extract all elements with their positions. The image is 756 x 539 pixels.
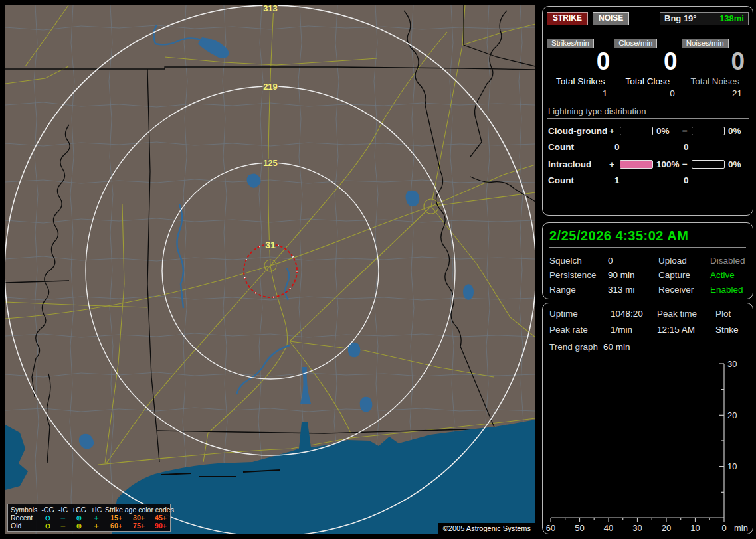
ring-label-313: 313: [263, 5, 278, 13]
old-pos-cg-icon: ⊕: [70, 522, 88, 530]
close-counter: Close/min 0 Total Close 0: [614, 38, 681, 98]
noises-counter: Noises/min 0 Total Noises 21: [682, 38, 749, 98]
plot-mode-value: Strike: [715, 325, 746, 335]
age-15: 15+: [105, 514, 128, 522]
old-neg-ic-icon: −: [56, 522, 70, 530]
bearing-display: Bng 19° 138mi: [660, 12, 749, 25]
cg-pos-count: 0: [614, 142, 684, 152]
status-panel: 2/25/2026 4:35:02 AM Squelch 0 Upload Di…: [542, 222, 753, 299]
cg-pos-bar: [620, 127, 653, 135]
receiver-label: Receiver: [658, 285, 710, 295]
x-tick-50: 50: [575, 523, 584, 533]
map-legend: Symbols -CG -IC +CG +IC Strike age color…: [7, 504, 171, 532]
copyright-text: ©2005 Astrogenic Systems: [438, 523, 535, 534]
total-noises-value: 21: [682, 88, 749, 98]
x-tick-0: 0: [721, 523, 726, 533]
noise-button[interactable]: NOISE: [593, 12, 629, 25]
legend-age-header: Strike age color codes: [105, 506, 171, 514]
legend-symbols-header: Symbols: [11, 506, 40, 514]
map-canvas: 313 219 125 31: [5, 5, 535, 534]
ring-label-219: 219: [263, 82, 278, 92]
squelch-label: Squelch: [549, 256, 608, 266]
bearing-distance: 138mi: [719, 13, 744, 23]
x-axis-unit: min: [734, 523, 748, 533]
counters-panel: STRIKE NOISE Bng 19° 138mi Strikes/min 0…: [542, 6, 753, 216]
close-per-min-value: 0: [614, 48, 681, 76]
plot-label: Plot: [715, 309, 746, 319]
total-noises-label: Total Noises: [682, 76, 749, 86]
ic-neg-count: 0: [684, 175, 749, 185]
receiver-status: Enabled: [710, 285, 746, 295]
ic-pos-pct: 100%: [653, 159, 682, 169]
ic-pos-count: 1: [614, 175, 684, 185]
legend-row-recent-label: Recent: [11, 514, 40, 522]
uptime-label: Uptime: [549, 309, 611, 319]
strikes-counter: Strikes/min 0 Total Strikes 1: [547, 38, 614, 98]
old-pos-ic-icon: +: [88, 522, 105, 530]
capture-status: Active: [710, 270, 746, 280]
y-tick-20: 20: [727, 410, 737, 420]
upload-label: Upload: [658, 256, 710, 266]
intracloud-count-row: Count 1 0: [547, 175, 749, 185]
trend-panel: Uptime 1048:20 Peak time Plot Peak rate …: [542, 303, 753, 534]
range-label: Range: [549, 285, 608, 295]
total-close-label: Total Close: [614, 76, 681, 86]
cg-neg-pct: 0%: [725, 126, 749, 136]
persistence-label: Persistence: [549, 270, 608, 280]
legend-col-neg-cg: -CG: [40, 506, 56, 514]
total-strikes-value: 1: [547, 88, 614, 98]
strike-button[interactable]: STRIKE: [547, 12, 588, 25]
cg-pos-pct: 0%: [653, 126, 682, 136]
age-75: 75+: [128, 522, 150, 530]
x-tick-10: 10: [690, 523, 700, 533]
ic-pos-bar: [620, 160, 653, 169]
cg-count-label: Count: [548, 142, 614, 152]
age-60: 60+: [105, 522, 128, 530]
age-45: 45+: [150, 514, 171, 522]
ring-label-125: 125: [263, 158, 278, 168]
upload-status: Disabled: [710, 256, 746, 266]
cg-neg-sign: −: [682, 126, 692, 136]
persistence-value: 90 min: [608, 270, 658, 280]
recent-pos-cg-icon: ⊕: [70, 514, 88, 522]
cloud-ground-count-row: Count 0 0: [547, 142, 749, 152]
total-close-value: 0: [614, 88, 681, 98]
peak-time-value: 12:15 AM: [657, 325, 715, 335]
legend-col-pos-cg: +CG: [70, 506, 88, 514]
datetime-display: 2/25/2026 4:35:02 AM: [549, 228, 746, 248]
ic-neg-pct: 0%: [725, 159, 749, 169]
squelch-value: 0: [608, 256, 658, 266]
recent-neg-cg-icon: ⊖: [40, 514, 56, 522]
lightning-map: 313 219 125 31 Symbols -CG -IC +CG +IC S…: [5, 5, 535, 534]
cloud-ground-row: Cloud-ground + 0% − 0%: [547, 126, 749, 136]
close-per-min-label: Close/min: [614, 38, 657, 48]
legend-row-old-label: Old: [11, 522, 40, 530]
trend-graph: 30 20 10 60 50 40 30 20 10 0 min: [543, 358, 754, 534]
age-30: 30+: [128, 514, 150, 522]
peak-time-label: Peak time: [657, 309, 715, 319]
old-neg-cg-icon: ⊖: [40, 522, 56, 530]
cloud-ground-label: Cloud-ground: [548, 126, 609, 136]
range-value: 313 mi: [608, 285, 658, 295]
legend-col-pos-ic: +IC: [88, 506, 105, 514]
x-tick-40: 40: [604, 523, 613, 533]
age-90: 90+: [150, 522, 171, 530]
total-strikes-label: Total Strikes: [547, 76, 614, 86]
x-tick-20: 20: [662, 523, 671, 533]
recent-pos-ic-icon: +: [88, 514, 105, 522]
cg-neg-bar: [692, 127, 725, 135]
strikes-per-min-label: Strikes/min: [547, 38, 594, 48]
y-tick-30: 30: [727, 359, 737, 369]
ic-neg-bar: [692, 160, 725, 169]
distribution-title: Lightning type distribution: [547, 106, 749, 119]
uptime-value: 1048:20: [611, 309, 657, 319]
recent-neg-ic-icon: −: [56, 514, 70, 522]
cg-pos-sign: +: [609, 126, 620, 136]
intracloud-label: Intracloud: [548, 159, 609, 169]
peak-rate-value: 1/min: [611, 325, 657, 335]
noises-per-min-label: Noises/min: [682, 38, 729, 48]
x-tick-60: 60: [546, 523, 555, 533]
trend-graph-label: Trend graph: [549, 342, 598, 352]
x-tick-30: 30: [632, 523, 642, 533]
noises-per-min-value: 0: [682, 48, 749, 76]
